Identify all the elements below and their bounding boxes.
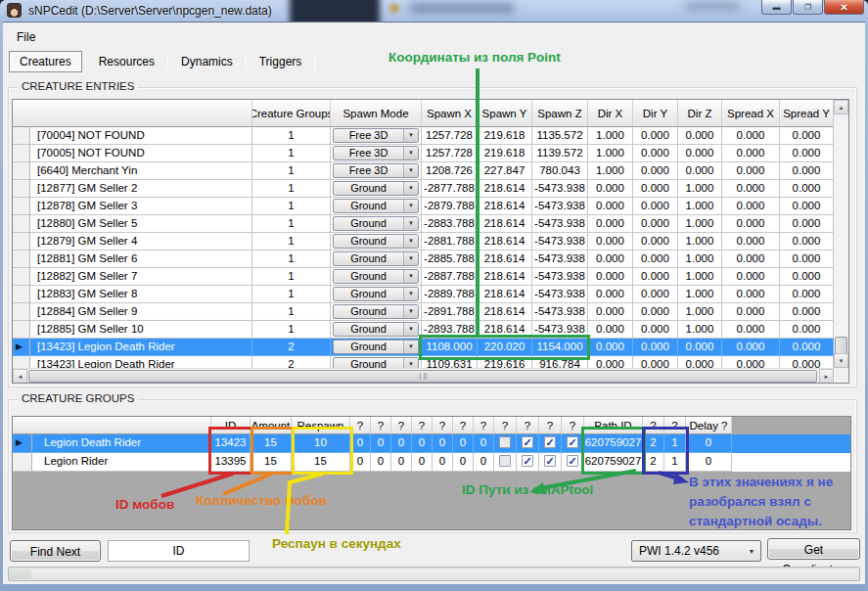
column-header[interactable]: Dir Z (678, 100, 722, 127)
column-header[interactable]: Spawn Mode (331, 100, 422, 127)
checkbox-checked[interactable]: ✓ (544, 455, 556, 467)
dropdown-arrow-icon[interactable]: ▼ (403, 200, 418, 212)
row-selector[interactable] (13, 286, 30, 303)
column-header[interactable]: ? (412, 417, 433, 434)
row-selector[interactable] (13, 215, 30, 233)
cell-dir-y[interactable]: 0.000 (633, 127, 678, 145)
cell-id[interactable]: 13395 (211, 453, 251, 472)
get-coordinates-button[interactable]: Get Coordinates (767, 538, 860, 560)
horizontal-scroll-thumb[interactable] (28, 370, 817, 383)
cell-spawn-mode[interactable]: Free 3D▼ (331, 162, 422, 180)
cell-spawn-x[interactable]: 1208.726 (422, 162, 478, 180)
dropdown-arrow-icon[interactable]: ▼ (403, 305, 418, 318)
horizontal-scrollbar[interactable]: ◄ ► (13, 368, 834, 383)
table-row[interactable]: [12879] GM Seller 41Ground▼-2881.788218.… (13, 233, 848, 250)
cell-name[interactable]: [70005] NOT FOUND (30, 145, 252, 162)
column-header[interactable]: Spawn Y (478, 100, 532, 127)
cell-creature-groups[interactable]: 1 (252, 180, 331, 198)
tab-dynamics[interactable]: Dynamics (171, 52, 243, 71)
cell-unknown-6[interactable]: 0 (453, 453, 474, 472)
cell-dir-z[interactable]: 1.000 (678, 286, 722, 303)
dropdown-arrow-icon[interactable]: ▼ (403, 341, 418, 353)
cell-spawn-z[interactable]: -5473.938 (532, 215, 588, 233)
spawn-mode-dropdown[interactable]: Ground▼ (333, 251, 419, 266)
cell-name[interactable]: [12882] GM Seller 7 (30, 268, 252, 286)
scroll-left-icon[interactable]: ◄ (13, 369, 27, 384)
checkbox-checked[interactable]: ✓ (544, 436, 556, 448)
table-row[interactable]: Legion Rider1339515150000000✓✓✓620759027… (13, 453, 850, 472)
spawn-mode-dropdown[interactable]: Ground▼ (333, 322, 419, 337)
menu-file[interactable]: File (12, 28, 40, 46)
cell-spawn-mode[interactable]: Ground▼ (331, 303, 422, 321)
cell-dir-x[interactable]: 0.000 (588, 250, 633, 268)
cell-spawn-x[interactable]: -2893.788 (422, 321, 478, 339)
cell-dir-y[interactable]: 0.000 (633, 339, 678, 356)
cell-dir-z[interactable]: 0.000 (678, 339, 722, 356)
cell-dir-x[interactable]: 0.000 (588, 339, 633, 356)
table-row[interactable]: [70004] NOT FOUND1Free 3D▼1257.728219.61… (13, 127, 848, 145)
row-selector[interactable] (13, 162, 30, 180)
cell-unknown-8[interactable]: 2 (643, 434, 664, 453)
cell-unknown-4[interactable]: 0 (412, 453, 433, 472)
cell-spread-y[interactable]: 0.000 (780, 321, 834, 339)
dropdown-arrow-icon[interactable]: ▼ (403, 217, 418, 230)
cell-spread-x[interactable]: 0.000 (722, 162, 780, 180)
cell-flag-2[interactable]: ✓ (517, 434, 539, 453)
cell-spread-x[interactable]: 0.000 (722, 268, 780, 286)
spawn-mode-dropdown[interactable]: Ground▼ (333, 234, 419, 249)
checkbox-checked[interactable]: ✓ (567, 455, 578, 467)
cell-creature-groups[interactable]: 1 (252, 162, 331, 180)
cell-spawn-x[interactable]: 1257.728 (422, 145, 478, 162)
cell-spawn-x[interactable]: -2881.788 (422, 233, 478, 250)
cell-name[interactable]: [12881] GM Seller 6 (30, 250, 252, 268)
spawn-mode-dropdown[interactable]: Free 3D▼ (333, 163, 419, 178)
cell-spawn-mode[interactable]: Ground▼ (331, 215, 422, 233)
row-selector[interactable] (13, 453, 32, 472)
row-selector[interactable] (13, 233, 30, 250)
column-header[interactable]: ? (664, 417, 686, 434)
vertical-scroll-thumb[interactable] (835, 337, 847, 354)
column-header[interactable]: ID (211, 417, 251, 434)
column-header[interactable]: ? (562, 417, 584, 434)
checkbox-unchecked[interactable] (499, 436, 511, 448)
spawn-mode-dropdown[interactable]: Ground▼ (333, 304, 419, 319)
column-header[interactable]: ? (643, 417, 664, 434)
cell-creature-groups[interactable]: 1 (252, 268, 331, 286)
minimize-button[interactable]: ▬ (761, 0, 792, 15)
table-row[interactable]: ▶[13423] Legion Death Rider2Ground▼1108.… (13, 339, 848, 356)
cell-name[interactable]: Legion Rider (32, 453, 211, 472)
dropdown-arrow-icon[interactable]: ▼ (403, 129, 418, 142)
cell-spawn-x[interactable]: -2887.788 (422, 268, 478, 286)
cell-name[interactable]: [12885] GM Seller 10 (30, 321, 252, 339)
cell-creature-groups[interactable]: 2 (252, 339, 331, 356)
cell-spread-x[interactable]: 0.000 (722, 215, 780, 233)
cell-name[interactable]: [12884] GM Seller 9 (30, 303, 252, 321)
column-header[interactable]: Dir Y (633, 100, 678, 127)
cell-spread-x[interactable]: 0.000 (722, 303, 780, 321)
cell-dir-x[interactable]: 1.000 (588, 162, 633, 180)
cell-spawn-mode[interactable]: Ground▼ (331, 198, 422, 215)
cell-spawn-y[interactable]: 220.020 (478, 339, 532, 356)
cell-spawn-mode[interactable]: Ground▼ (331, 321, 422, 339)
scroll-down-icon[interactable]: ▼ (834, 353, 848, 368)
cell-spawn-x[interactable]: -2877.788 (422, 180, 478, 198)
cell-flag-1[interactable] (494, 434, 517, 453)
cell-dir-x[interactable]: 1.000 (588, 145, 633, 162)
cell-spread-x[interactable]: 0.000 (722, 180, 780, 198)
cell-dir-z[interactable]: 1.000 (678, 321, 722, 339)
row-selector[interactable] (13, 198, 30, 215)
cell-spread-x[interactable]: 0.000 (722, 339, 780, 356)
checkbox-checked[interactable]: ✓ (522, 455, 533, 467)
cell-dir-x[interactable]: 0.000 (588, 215, 633, 233)
cell-spawn-z[interactable]: 1135.572 (532, 127, 588, 145)
vertical-scrollbar[interactable]: ▲ ▼ (834, 100, 848, 368)
cell-spread-y[interactable]: 0.000 (780, 145, 834, 162)
cell-spawn-mode[interactable]: Free 3D▼ (331, 145, 422, 162)
cell-unknown-2[interactable]: 0 (371, 453, 391, 472)
column-header[interactable]: Spread Y (780, 100, 834, 127)
cell-spawn-z[interactable]: -5473.938 (532, 198, 588, 215)
cell-spread-y[interactable]: 0.000 (780, 198, 834, 215)
cell-creature-groups[interactable]: 1 (252, 127, 331, 145)
cell-spawn-z[interactable]: -5473.938 (532, 303, 588, 321)
cell-dir-x[interactable]: 0.000 (588, 198, 633, 215)
